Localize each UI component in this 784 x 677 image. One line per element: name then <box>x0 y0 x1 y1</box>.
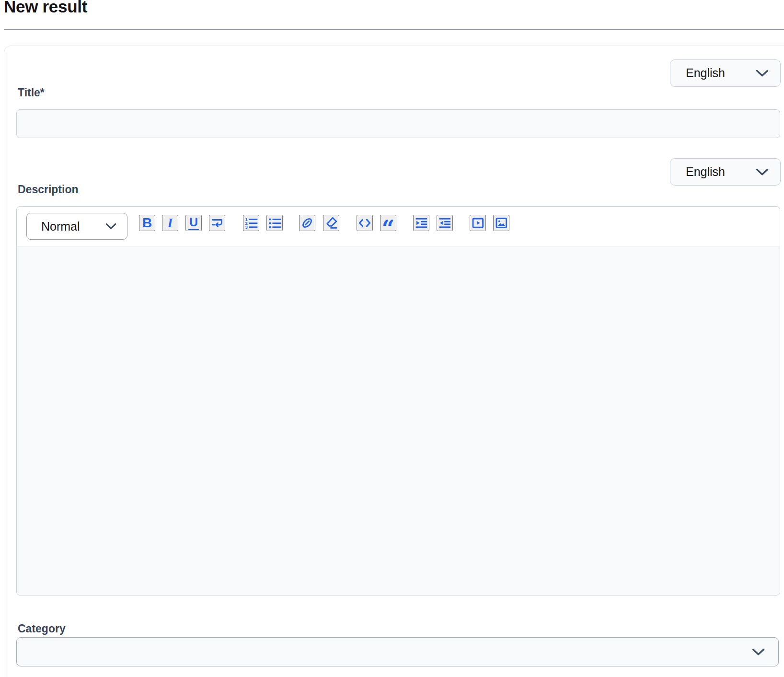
ordered-list-icon: 123 <box>244 216 258 230</box>
bullet-list-icon <box>267 216 282 230</box>
blockquote-icon: “ <box>382 222 394 234</box>
page: New result English Title* English Descri… <box>0 0 784 677</box>
outdent-button[interactable] <box>437 215 453 231</box>
video-icon <box>471 216 485 230</box>
rich-text-editor: Normal B I U <box>16 206 780 595</box>
clean-format-icon <box>324 216 338 230</box>
description-language-select[interactable]: English <box>670 158 781 186</box>
editor-content[interactable] <box>17 247 780 595</box>
chevron-down-icon <box>752 648 765 656</box>
format-select[interactable]: Normal <box>26 213 127 240</box>
ordered-list-button[interactable]: 123 <box>243 215 259 231</box>
title-language-select[interactable]: English <box>670 59 781 87</box>
form-card: English Title* English Description Norma… <box>4 46 784 677</box>
category-label: Category <box>18 622 66 635</box>
underline-icon: U <box>188 216 199 230</box>
clean-format-button[interactable] <box>323 215 339 231</box>
video-button[interactable] <box>470 215 486 231</box>
title-input[interactable] <box>16 109 780 138</box>
page-title: New result <box>4 0 87 16</box>
description-language-value: English <box>686 165 725 179</box>
image-button[interactable] <box>493 215 509 231</box>
bullet-list-button[interactable] <box>266 215 283 231</box>
editor-toolbar: Normal B I U <box>17 207 780 246</box>
format-select-value: Normal <box>41 220 80 233</box>
bold-icon: B <box>142 215 152 231</box>
outdent-icon <box>438 216 452 230</box>
italic-button[interactable]: I <box>162 215 178 231</box>
title-label: Title* <box>18 86 45 99</box>
blockquote-button[interactable]: “ <box>380 215 396 231</box>
italic-icon: I <box>168 215 173 231</box>
divider <box>4 29 784 30</box>
chevron-down-icon <box>756 70 769 77</box>
image-icon <box>494 216 508 230</box>
chevron-down-icon <box>105 223 116 230</box>
indent-icon <box>414 216 428 230</box>
line-break-icon <box>210 216 224 230</box>
code-button[interactable] <box>357 215 373 231</box>
code-icon <box>357 216 372 230</box>
link-icon <box>300 216 314 230</box>
chevron-down-icon <box>756 168 769 176</box>
svg-text:3: 3 <box>245 225 248 230</box>
indent-button[interactable] <box>413 215 429 231</box>
category-select[interactable] <box>16 637 779 666</box>
link-button[interactable] <box>299 215 315 231</box>
title-language-value: English <box>686 66 725 80</box>
description-label: Description <box>18 183 79 196</box>
bold-button[interactable]: B <box>139 215 155 231</box>
underline-button[interactable]: U <box>185 215 202 231</box>
line-break-button[interactable] <box>209 215 225 231</box>
